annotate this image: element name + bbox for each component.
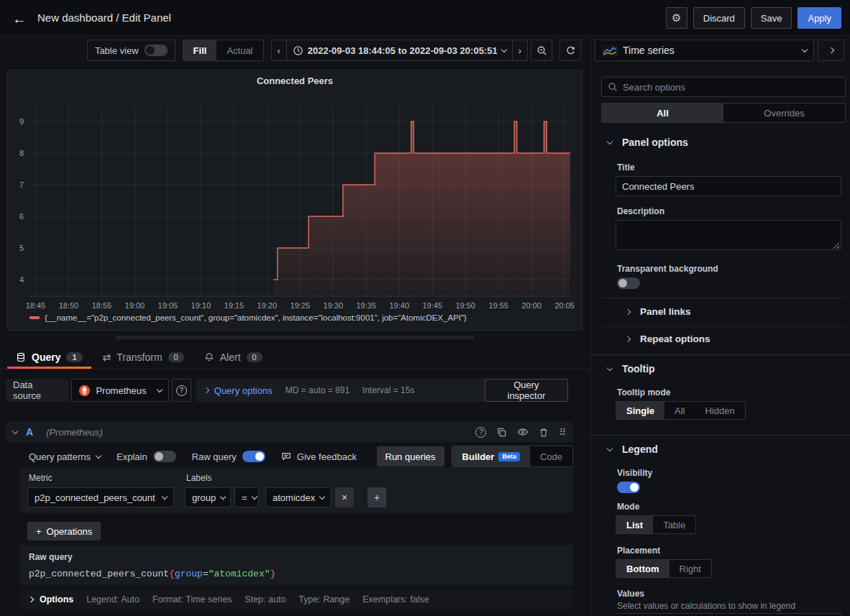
editor-resize-handle[interactable] xyxy=(115,336,475,339)
legend-placement-right[interactable]: Right xyxy=(670,560,711,577)
tab-query[interactable]: Query 1 xyxy=(6,345,93,369)
options-search-input[interactable] xyxy=(623,82,839,93)
tooltip-mode-all[interactable]: All xyxy=(664,402,695,419)
operations-label: Operations xyxy=(47,526,93,537)
tab-transform[interactable]: ⇄ Transform 0 xyxy=(93,345,194,369)
legend-visibility-toggle[interactable] xyxy=(617,482,640,493)
gear-icon: ⚙ xyxy=(672,12,681,24)
svg-text:19:50: 19:50 xyxy=(455,301,475,310)
title-field-label: Title xyxy=(617,162,634,173)
tooltip-mode-hidden[interactable]: Hidden xyxy=(695,402,744,419)
table-view-toggle[interactable] xyxy=(145,45,168,56)
interval-value: Interval = 15s xyxy=(362,385,414,395)
bell-icon xyxy=(204,352,214,362)
legend-values-label: Values xyxy=(617,589,644,599)
tab-alert[interactable]: Alert 0 xyxy=(194,345,273,369)
metric-select[interactable]: p2p_connected_peers_count xyxy=(27,487,174,507)
save-button[interactable]: Save xyxy=(751,7,792,29)
option-exemplars: Exemplars: false xyxy=(362,594,429,604)
metric-value: p2p_connected_peers_count xyxy=(35,492,155,503)
transparent-bg-toggle[interactable] xyxy=(617,277,640,289)
builder-mode-option[interactable]: Builder Beta xyxy=(452,446,530,466)
time-shift-forward-button[interactable]: › xyxy=(512,40,527,60)
section-legend[interactable]: Legend xyxy=(608,443,658,455)
tooltip-mode-single[interactable]: Single xyxy=(616,402,664,419)
legend-mode-table[interactable]: Table xyxy=(653,516,695,533)
time-shift-back-button[interactable]: ‹ xyxy=(272,40,286,60)
explain-control: Explain xyxy=(116,451,176,462)
back-button[interactable]: ← xyxy=(10,9,29,28)
help-circle-icon: ? xyxy=(475,427,486,438)
legend-placement-bottom[interactable]: Bottom xyxy=(616,560,670,577)
discard-button[interactable]: Discard xyxy=(693,7,745,29)
svg-text:8: 8 xyxy=(19,149,24,157)
legend-mode-list[interactable]: List xyxy=(616,516,653,533)
svg-text:5: 5 xyxy=(19,244,24,252)
svg-text:4: 4 xyxy=(19,275,24,284)
apply-button[interactable]: Apply xyxy=(798,7,841,29)
divider xyxy=(591,354,850,355)
section-tooltip[interactable]: Tooltip xyxy=(608,363,655,374)
delete-query-button[interactable] xyxy=(539,427,549,438)
tooltip-mode-label: Tooltip mode xyxy=(617,387,670,397)
panel-toolbar: Table view Fill Actual ‹ 2022-09-03 18:4… xyxy=(87,40,581,61)
options-expander[interactable]: Options xyxy=(29,594,73,604)
max-data-points-value: MD = auto = 891 xyxy=(285,385,349,395)
raw-query-toggle[interactable] xyxy=(242,451,265,462)
svg-text:18:45: 18:45 xyxy=(26,301,46,310)
duplicate-query-button[interactable] xyxy=(496,427,507,438)
panel-description-textarea[interactable] xyxy=(616,220,841,250)
label-operator-select[interactable]: = xyxy=(234,487,259,507)
time-range-button[interactable]: 2022-09-03 18:44:05 to 2022-09-03 20:05:… xyxy=(286,40,512,60)
drag-handle[interactable]: ⠿ xyxy=(559,427,566,438)
query-patterns-dropdown[interactable]: Query patterns xyxy=(29,451,101,462)
visualization-name: Time series xyxy=(623,45,675,56)
refresh-button[interactable] xyxy=(559,40,581,61)
top-navigation: ← New dashboard / Edit Panel ⚙ Discard S… xyxy=(0,0,850,36)
svg-text:19:00: 19:00 xyxy=(125,301,145,310)
collapse-chevron-icon[interactable] xyxy=(12,428,18,433)
datasource-help-button[interactable]: ? xyxy=(172,379,191,402)
query-options-label: Query options xyxy=(214,385,273,396)
editor-tabs: Query 1 ⇄ Transform 0 Alert 0 xyxy=(0,345,590,369)
chart-legend[interactable]: {__name__="p2p_connected_peers_count", g… xyxy=(29,313,467,322)
panel-title-input[interactable] xyxy=(616,176,841,196)
add-operations-button[interactable]: + Operations xyxy=(27,522,101,541)
datasource-label: Data source xyxy=(6,379,68,402)
legend-values-input[interactable] xyxy=(616,613,841,616)
label-key-select[interactable]: group xyxy=(185,487,231,507)
remove-label-filter-button[interactable]: × xyxy=(335,487,354,507)
svg-text:19:25: 19:25 xyxy=(291,301,311,310)
explain-toggle[interactable] xyxy=(153,451,176,462)
label-value-select[interactable]: atomicdex xyxy=(265,487,332,507)
query-inspector-button[interactable]: Query inspector xyxy=(485,379,568,402)
datasource-picker[interactable]: Prometheus xyxy=(71,379,168,402)
tab-all[interactable]: All xyxy=(602,104,723,122)
query-options-toggle[interactable]: Query options xyxy=(204,385,273,396)
collapse-options-pane-button[interactable] xyxy=(818,40,844,61)
transparent-bg-label: Transparent background xyxy=(617,264,718,274)
add-label-filter-button[interactable]: + xyxy=(367,487,386,507)
section-panel-links[interactable]: Panel links xyxy=(626,306,691,317)
page-title: New dashboard / Edit Panel xyxy=(37,12,171,24)
tab-overrides[interactable]: Overrides xyxy=(723,104,845,122)
hide-query-button[interactable] xyxy=(517,426,529,438)
actual-option[interactable]: Actual xyxy=(216,40,262,60)
section-repeat-options[interactable]: Repeat options xyxy=(626,334,710,344)
run-queries-button[interactable]: Run queries xyxy=(377,446,444,466)
prometheus-icon xyxy=(78,385,91,397)
visualization-picker[interactable]: Time series xyxy=(595,40,814,61)
zoom-out-button[interactable] xyxy=(531,40,552,61)
plus-icon: + xyxy=(36,526,42,537)
query-ref-id: A xyxy=(26,426,33,438)
section-panel-options[interactable]: Panel options xyxy=(608,137,688,148)
query-row-header[interactable]: A (Prometheus) ? ⠿ xyxy=(6,422,573,442)
option-legend: Legend: Auto xyxy=(86,594,140,604)
options-search xyxy=(601,77,846,97)
timeseries-chart[interactable]: 45678918:4518:5018:5519:0019:0519:1019:1… xyxy=(8,96,583,312)
give-feedback-link[interactable]: Give feedback xyxy=(281,451,357,462)
fill-option[interactable]: Fill xyxy=(183,40,217,60)
code-mode-option[interactable]: Code xyxy=(530,446,572,466)
query-help-button[interactable]: ? xyxy=(475,427,486,438)
dashboard-settings-button[interactable]: ⚙ xyxy=(666,7,687,29)
